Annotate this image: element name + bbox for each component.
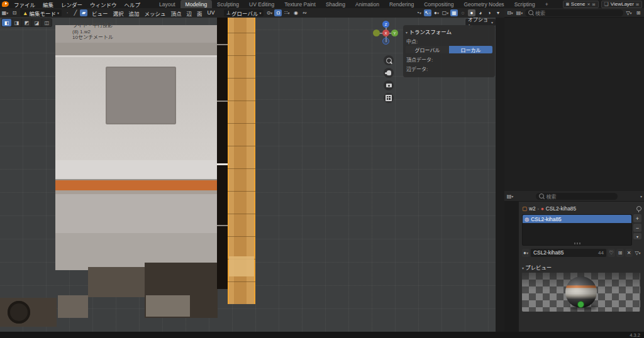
snap-icon-3[interactable]: ◉ <box>292 9 299 16</box>
workspace-tab-Rendering[interactable]: Rendering <box>384 0 419 8</box>
workspace-tab-Shading[interactable]: Shading <box>321 0 350 8</box>
properties-options-icon[interactable]: ▾ <box>640 194 642 199</box>
gizmo-axis-z[interactable]: Z <box>382 21 389 28</box>
material-slot-selected[interactable]: ◍ CSL2-kiha85 <box>523 215 631 223</box>
texture-photo-wheel <box>0 298 57 327</box>
select-mode-0[interactable]: ∙ <box>64 9 71 16</box>
material-browse-dropdown[interactable]: ●▾ <box>522 249 530 257</box>
workspace-tab-Geometry Nodes[interactable]: Geometry Nodes <box>458 0 509 8</box>
shading-icon-2[interactable]: ●▾ <box>433 9 440 16</box>
viewport-menu-メッシュ[interactable]: メッシュ <box>142 9 169 17</box>
viewport-menu-UV[interactable]: UV <box>205 9 218 17</box>
workspace-tab-Compositing[interactable]: Compositing <box>419 0 458 8</box>
editor-type-icon[interactable]: ▦▾ <box>1 9 9 16</box>
material-slot-list[interactable]: ◍ CSL2-kiha85 <box>522 214 632 246</box>
shading-icon-3[interactable]: ▢▾ <box>441 9 449 16</box>
snap-icon-0[interactable]: ⊙▾ <box>265 9 273 16</box>
workspace-tab-Layout[interactable]: Layout <box>154 0 180 8</box>
slot-specials-dropdown[interactable]: ▾ <box>633 233 641 239</box>
properties-editor-type-icon[interactable]: ▤▾ <box>506 193 514 200</box>
mode-dropdown[interactable]: ▲ 編集モード ▾ <box>20 9 62 16</box>
local-button[interactable]: ローカル <box>449 46 492 53</box>
selected-faces-strip[interactable] <box>228 18 255 304</box>
shading-icon-8[interactable]: ◑ <box>486 9 493 16</box>
unlink-icon[interactable]: ✕ <box>587 2 591 6</box>
viewport-menu-面[interactable]: 面 <box>194 9 205 17</box>
outliner-filter-icon[interactable]: ▽▾ <box>625 9 633 16</box>
menu-編集[interactable]: 編集 <box>39 1 57 8</box>
orientation-dropdown[interactable]: ⟂ グローバル ▾ <box>224 9 264 16</box>
viewport-menu-辺[interactable]: 辺 <box>184 9 195 17</box>
breadcrumb-object[interactable]: w2 <box>529 205 536 212</box>
shading-icon-0[interactable]: ◔▾ <box>415 9 423 16</box>
list-resize-grip[interactable] <box>574 243 580 244</box>
fake-user-icon[interactable]: ♡ <box>608 249 615 257</box>
workspace-tab-UV Editing[interactable]: UV Editing <box>244 0 279 8</box>
selectbox-mode-2[interactable]: ◩ <box>22 19 31 26</box>
viewport-menu-頂点[interactable]: 頂点 <box>169 9 184 17</box>
snap-icon-2[interactable]: ∷▾ <box>283 9 291 16</box>
add-workspace-button[interactable]: + <box>540 0 553 8</box>
menu-ウィンドウ[interactable]: ウィンドウ <box>86 1 121 8</box>
selectbox-mode-4[interactable]: ◫ <box>42 19 52 26</box>
workspace-tab-Animation[interactable]: Animation <box>350 0 384 8</box>
camera-view-button[interactable] <box>384 80 394 90</box>
shading-icon-9[interactable]: ▾ <box>494 9 502 16</box>
gizmo-axis-z-neg[interactable] <box>382 38 389 45</box>
remove-slot-button[interactable]: − <box>633 224 641 232</box>
blender-window: ファイル編集レンダーウィンドウヘルプ LayoutModelingSculpti… <box>0 0 644 338</box>
outliner-filter-id-icon[interactable]: ▤▾ <box>516 9 523 16</box>
preview-section-header[interactable]: ▾ プレビュー <box>522 263 641 271</box>
blender-logo-icon[interactable] <box>2 1 9 7</box>
new-material-icon[interactable]: ⊞ <box>616 249 624 257</box>
n-panel-title[interactable]: ▾ トランスフォーム <box>406 28 492 35</box>
menu-レンダー[interactable]: レンダー <box>57 1 86 8</box>
nodes-filter-icon[interactable]: ▽▾ <box>634 249 641 257</box>
shading-icon-5[interactable]: ◌ <box>459 9 467 16</box>
viewport-3d[interactable]: ライト・平行投影 (8) 1.w2 10センチメートル ◧◨◩◪◫ オプション▾… <box>0 18 496 332</box>
scene-selector[interactable]: ◙ Scene ✕ ⊞ <box>563 1 599 8</box>
selectbox-mode-3[interactable]: ◪ <box>32 19 42 26</box>
selectbox-mode-0[interactable]: ◧ <box>2 19 11 26</box>
viewport-menu-選択[interactable]: 選択 <box>110 9 126 17</box>
properties-search-input[interactable]: 検索 <box>536 193 618 200</box>
gizmo-axis-x[interactable]: X <box>382 30 389 36</box>
new-viewlayer-icon[interactable]: ⊞ <box>636 2 639 6</box>
outliner-display-mode-icon[interactable]: ⊟▾ <box>506 9 514 16</box>
workspace-tab-Scripting[interactable]: Scripting <box>509 0 540 8</box>
snap-icon-4[interactable]: ∾ <box>301 9 308 16</box>
add-slot-button[interactable]: + <box>633 214 641 222</box>
navigation-gizmo[interactable]: Z Y X <box>374 23 399 50</box>
toggle-maximize-icon[interactable]: ⊡ <box>11 9 18 16</box>
pan-button[interactable] <box>384 68 394 78</box>
zoom-button[interactable] <box>384 55 394 65</box>
shading-icon-6[interactable]: ● <box>468 9 475 16</box>
material-name-field[interactable]: CSL2-kiha85 44 <box>531 249 606 257</box>
snap-icon-1[interactable]: Ω <box>274 9 282 16</box>
workspace-tab-Texture Paint[interactable]: Texture Paint <box>279 0 321 8</box>
workspace-tab-Sculpting[interactable]: Sculpting <box>212 0 244 8</box>
new-collection-icon[interactable]: ⊞ <box>635 9 642 16</box>
global-button[interactable]: グローバル <box>406 46 449 53</box>
select-mode-1[interactable]: ╱ <box>72 9 79 16</box>
shading-icon-1[interactable]: ↖▾ <box>424 9 431 16</box>
material-users-count[interactable]: 44 <box>598 250 604 256</box>
shading-icon-7[interactable]: ◕ <box>477 9 484 16</box>
shading-icon-4[interactable]: ▦ <box>450 9 458 16</box>
viewport-menu-追加[interactable]: 追加 <box>126 9 142 17</box>
gizmo-axis-y[interactable]: Y <box>391 30 398 36</box>
menu-ヘルプ[interactable]: ヘルプ <box>121 1 145 8</box>
breadcrumb-material[interactable]: CSL2-kiha85 <box>546 205 576 212</box>
unlink-material-icon[interactable]: ✕ <box>625 249 633 257</box>
workspace-tab-Modeling[interactable]: Modeling <box>180 0 213 8</box>
viewport-menu-ビュー[interactable]: ビュー <box>89 9 111 17</box>
outliner-search-input[interactable]: 検索 <box>525 9 623 16</box>
selectbox-mode-1[interactable]: ◨ <box>12 19 21 26</box>
select-mode-2[interactable]: ▰ <box>80 9 87 16</box>
menu-ファイル[interactable]: ファイル <box>10 1 39 8</box>
pin-icon[interactable] <box>636 206 641 211</box>
new-scene-icon[interactable]: ⊞ <box>592 2 596 6</box>
gizmo-axis-x-neg[interactable] <box>373 30 380 36</box>
perspective-toggle-button[interactable] <box>384 93 394 103</box>
viewlayer-selector[interactable]: ❏ ViewLayer ⊞ <box>601 1 642 8</box>
